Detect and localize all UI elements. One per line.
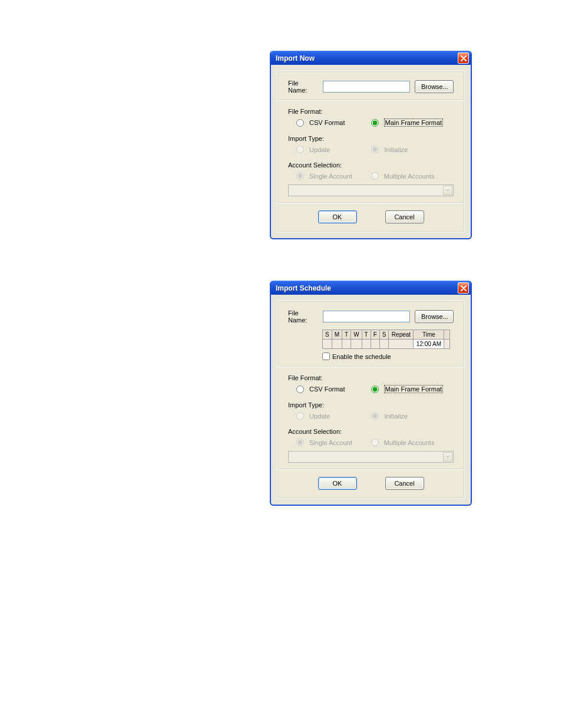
scroll-gutter <box>444 340 450 349</box>
ok-button[interactable]: OK <box>318 210 357 223</box>
time-header: Time <box>414 330 444 340</box>
csv-format-label: CSV Format <box>309 119 345 126</box>
update-label: Update <box>309 146 330 153</box>
divider <box>277 202 464 203</box>
titlebar[interactable]: Import Now <box>271 51 471 65</box>
day-header: T <box>342 330 351 340</box>
schedule-header-row: S M T W T F S Repeat Time <box>323 330 450 340</box>
import-type-label: Import Type: <box>288 135 454 142</box>
enable-schedule-label: Enable the schedule <box>332 353 391 360</box>
day-header: S <box>379 330 389 340</box>
enable-schedule-checkbox[interactable]: Enable the schedule <box>322 353 454 360</box>
day-cell[interactable] <box>323 340 332 349</box>
csv-format-radio[interactable]: CSV Format <box>296 385 345 393</box>
initialize-radio: Initialize <box>371 412 408 420</box>
day-header: T <box>362 330 371 340</box>
multiple-accounts-label: Multiple Accounts <box>384 173 435 180</box>
close-button[interactable] <box>458 282 469 294</box>
ok-button[interactable]: OK <box>318 477 357 490</box>
cancel-button[interactable]: Cancel <box>385 477 424 490</box>
day-cell[interactable] <box>332 340 342 349</box>
csv-format-label: CSV Format <box>309 386 345 393</box>
scroll-gutter <box>444 330 450 340</box>
schedule-row[interactable]: 12:00 AM <box>323 340 450 349</box>
file-name-input[interactable] <box>323 81 410 93</box>
csv-format-radio[interactable]: CSV Format <box>296 118 345 127</box>
dialog-title: Import Now <box>276 54 315 62</box>
day-header: M <box>332 330 342 340</box>
account-select <box>288 451 454 463</box>
update-radio: Update <box>296 146 330 153</box>
import-schedule-dialog: Import Schedule File Name: Browse... S M… <box>270 281 472 506</box>
single-account-label: Single Account <box>309 173 352 180</box>
single-account-label: Single Account <box>309 439 352 446</box>
file-format-label: File Format: <box>288 108 454 115</box>
mainframe-format-radio[interactable]: Main Frame Format <box>371 118 444 127</box>
update-radio: Update <box>296 412 330 420</box>
time-cell[interactable]: 12:00 AM <box>414 340 444 349</box>
mainframe-format-label: Main Frame Format <box>384 385 444 393</box>
mainframe-format-radio[interactable]: Main Frame Format <box>371 385 444 393</box>
file-format-label: File Format: <box>288 374 454 381</box>
single-account-radio: Single Account <box>296 439 352 446</box>
import-now-dialog: Import Now File Name: Browse... File For… <box>270 51 472 239</box>
day-header: F <box>371 330 379 340</box>
account-selection-label: Account Selection: <box>288 162 454 169</box>
day-cell[interactable] <box>342 340 351 349</box>
close-icon <box>461 285 467 291</box>
divider <box>277 100 464 101</box>
multiple-accounts-label: Multiple Accounts <box>384 439 435 446</box>
day-header: S <box>323 330 332 340</box>
divider <box>277 366 464 367</box>
account-select <box>288 185 454 196</box>
initialize-radio: Initialize <box>371 146 408 153</box>
day-cell[interactable] <box>362 340 371 349</box>
browse-button[interactable]: Browse... <box>415 310 454 323</box>
day-cell[interactable] <box>371 340 379 349</box>
multiple-accounts-radio: Multiple Accounts <box>371 439 435 446</box>
account-selection-label: Account Selection: <box>288 428 454 435</box>
mainframe-format-label: Main Frame Format <box>384 118 444 127</box>
single-account-radio: Single Account <box>296 172 352 180</box>
cancel-button[interactable]: Cancel <box>385 210 424 223</box>
update-label: Update <box>309 413 330 420</box>
close-icon <box>461 55 467 61</box>
dialog-title: Import Schedule <box>276 284 331 292</box>
day-cell[interactable] <box>351 340 362 349</box>
file-name-input[interactable] <box>323 311 410 322</box>
chevron-down-icon <box>443 452 452 462</box>
titlebar[interactable]: Import Schedule <box>271 281 471 295</box>
divider <box>277 469 464 470</box>
chevron-down-icon <box>443 186 452 195</box>
repeat-cell[interactable] <box>389 340 414 349</box>
initialize-label: Initialize <box>384 413 408 420</box>
file-name-label: File Name: <box>288 80 318 94</box>
browse-button[interactable]: Browse... <box>415 80 454 93</box>
repeat-header: Repeat <box>389 330 414 340</box>
multiple-accounts-radio: Multiple Accounts <box>371 172 435 180</box>
day-cell[interactable] <box>379 340 389 349</box>
schedule-table: S M T W T F S Repeat Time <box>322 330 450 349</box>
file-name-label: File Name: <box>288 309 318 324</box>
close-button[interactable] <box>458 52 469 64</box>
initialize-label: Initialize <box>384 146 408 153</box>
import-type-label: Import Type: <box>288 401 454 409</box>
day-header: W <box>351 330 362 340</box>
